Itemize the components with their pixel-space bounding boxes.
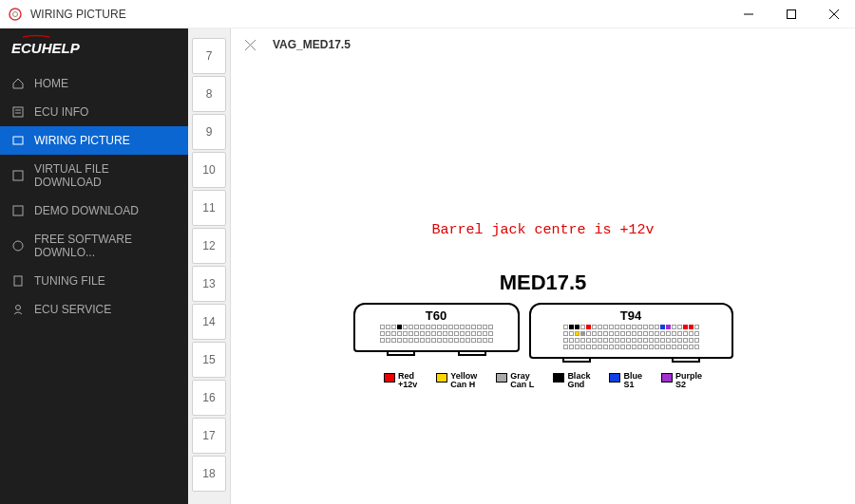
svg-rect-11 — [13, 206, 23, 215]
svg-point-12 — [13, 241, 23, 251]
sidebar-item-label: HOME — [34, 77, 68, 90]
tuning-icon — [11, 274, 25, 288]
close-document-button[interactable] — [242, 37, 257, 52]
swatch-red — [384, 373, 395, 383]
svg-rect-9 — [13, 137, 23, 144]
connector-t94: T94 — [529, 303, 733, 363]
swatch-gray — [496, 373, 507, 383]
sidebar-item-virtual-file-download[interactable]: VIRTUAL FILE DOWNLOAD — [0, 155, 188, 196]
list-item[interactable]: 9 — [192, 114, 226, 150]
minimize-button[interactable] — [727, 0, 770, 28]
svg-point-0 — [10, 9, 21, 20]
sidebar-item-demo-download[interactable]: DEMO DOWNLOAD — [0, 196, 188, 225]
list-item[interactable]: 10 — [192, 152, 226, 188]
window-title: WIRING PICTURE — [30, 8, 727, 21]
sidebar-item-free-software-download[interactable]: FREE SOFTWARE DOWNLO... — [0, 225, 188, 267]
sidebar: ECUHELP HOME ECU INFO WIRING PICTURE VIR… — [0, 28, 188, 504]
home-icon — [11, 77, 25, 90]
software-icon — [11, 239, 25, 252]
info-icon — [11, 105, 25, 119]
maximize-button[interactable] — [770, 0, 812, 28]
picture-icon — [11, 134, 25, 147]
close-button[interactable] — [812, 0, 855, 28]
service-icon — [11, 303, 25, 316]
document-title: VAG_MED17.5 — [273, 38, 351, 51]
connector-label: T94 — [539, 308, 724, 323]
list-item[interactable]: 12 — [192, 228, 226, 264]
sidebar-item-ecu-service[interactable]: ECU SERVICE — [0, 295, 188, 324]
connector-t60: T60 — [353, 303, 520, 363]
list-item[interactable]: 7 — [192, 38, 226, 74]
barrel-jack-note: Barrel jack centre is +12v — [231, 222, 855, 238]
legend-item-purple: PurpleS2 — [661, 372, 702, 389]
list-item[interactable]: 14 — [192, 304, 226, 340]
chip-title: MED17.5 — [231, 271, 855, 295]
connector-label: T60 — [363, 308, 510, 323]
sidebar-item-label: ECU INFO — [34, 105, 88, 119]
content-header: VAG_MED17.5 — [231, 28, 855, 61]
legend-item-blue: BlueS1 — [609, 372, 642, 389]
list-item[interactable]: 16 — [192, 380, 226, 416]
list-item[interactable]: 18 — [192, 456, 226, 492]
demo-icon — [11, 204, 25, 217]
sidebar-item-label: FREE SOFTWARE DOWNLO... — [34, 233, 177, 259]
svg-rect-13 — [14, 276, 22, 286]
sidebar-item-label: TUNING FILE — [34, 274, 105, 288]
logo: ECUHELP — [0, 28, 188, 69]
svg-point-14 — [16, 306, 21, 310]
svg-rect-10 — [13, 171, 23, 180]
connectors: T60 T94 — [231, 303, 855, 363]
svg-rect-3 — [787, 9, 795, 18]
wiring-diagram: Barrel jack centre is +12v MED17.5 T60 T… — [231, 61, 855, 504]
list-item[interactable]: 8 — [192, 76, 226, 112]
sidebar-item-wiring-picture[interactable]: WIRING PICTURE — [0, 126, 188, 155]
list-item[interactable]: 17 — [192, 418, 226, 454]
sidebar-item-label: VIRTUAL FILE DOWNLOAD — [34, 162, 177, 189]
sidebar-item-label: ECU SERVICE — [34, 303, 111, 316]
sidebar-item-tuning-file[interactable]: TUNING FILE — [0, 267, 188, 295]
sidebar-item-ecu-info[interactable]: ECU INFO — [0, 98, 188, 126]
swatch-purple — [661, 373, 673, 383]
swatch-black — [553, 373, 564, 383]
swatch-blue — [609, 373, 620, 383]
list-item[interactable]: 11 — [192, 190, 226, 226]
legend-item-black: BlackGnd — [553, 372, 590, 389]
download-icon — [11, 169, 25, 182]
list-item[interactable]: 13 — [192, 266, 226, 302]
logo-text: ECUHELP — [11, 40, 81, 56]
titlebar: WIRING PICTURE — [0, 0, 855, 28]
app-icon — [8, 7, 23, 22]
sidebar-item-label: WIRING PICTURE — [34, 134, 130, 147]
svg-point-1 — [13, 11, 18, 16]
svg-rect-6 — [13, 107, 23, 117]
legend-item-red: Red+12v — [384, 372, 417, 389]
swatch-yellow — [436, 373, 447, 383]
sidebar-item-home[interactable]: HOME — [0, 69, 188, 98]
content-area: VAG_MED17.5 Barrel jack centre is +12v M… — [231, 28, 855, 504]
number-list: 7 8 9 10 11 12 13 14 15 16 17 18 — [188, 28, 231, 504]
legend: Red+12v YellowCan H GrayCan L BlackGnd B… — [231, 372, 855, 389]
list-item[interactable]: 15 — [192, 342, 226, 378]
legend-item-yellow: YellowCan H — [436, 372, 477, 389]
sidebar-item-label: DEMO DOWNLOAD — [34, 204, 139, 217]
legend-item-gray: GrayCan L — [496, 372, 534, 389]
